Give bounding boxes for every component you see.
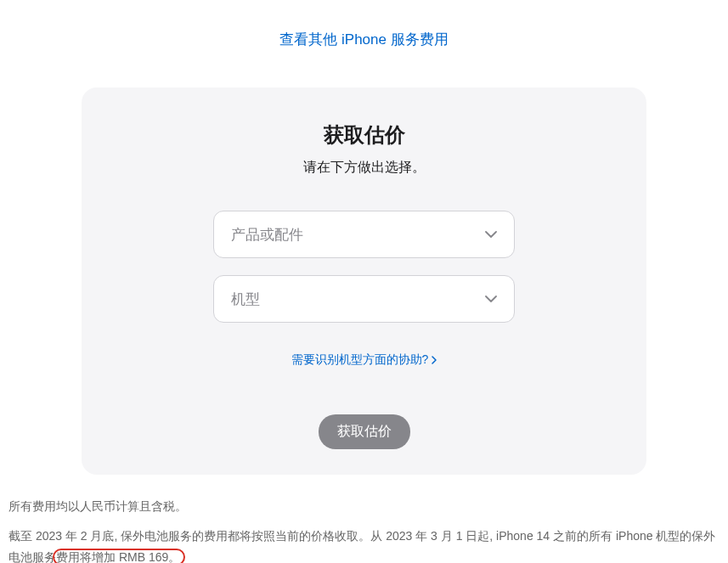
footer-line-2-highlight-text: 费用将增加 RMB 169。	[56, 550, 180, 563]
card-subtitle: 请在下方做出选择。	[107, 159, 621, 177]
footer-line-1: 所有费用均以人民币计算且含税。	[8, 496, 720, 517]
chevron-right-icon	[432, 353, 437, 367]
product-select-placeholder: 产品或配件	[231, 225, 303, 245]
product-select[interactable]: 产品或配件	[213, 211, 515, 258]
footer-notes: 所有费用均以人民币计算且含税。 截至 2023 年 2 月底, 保外电池服务的费…	[8, 496, 720, 563]
card-title: 获取估价	[107, 121, 621, 149]
model-select[interactable]: 机型	[213, 275, 515, 323]
chevron-down-icon	[485, 293, 497, 305]
footer-line-2: 截至 2023 年 2 月底, 保外电池服务的费用都将按照当前的价格收取。从 2…	[8, 526, 720, 563]
get-estimate-button[interactable]: 获取估价	[319, 414, 410, 449]
chevron-down-icon	[485, 228, 497, 240]
help-link-label: 需要识别机型方面的协助?	[291, 352, 429, 368]
view-other-services-link[interactable]: 查看其他 iPhone 服务费用	[279, 31, 448, 48]
model-select-placeholder: 机型	[231, 290, 260, 309]
estimate-card: 获取估价 请在下方做出选择。 产品或配件 机型 需要识别机型方面的协助? 获取估…	[82, 87, 646, 475]
price-increase-highlight: 费用将增加 RMB 169。	[56, 550, 180, 563]
identify-model-help-link[interactable]: 需要识别机型方面的协助?	[291, 352, 437, 368]
